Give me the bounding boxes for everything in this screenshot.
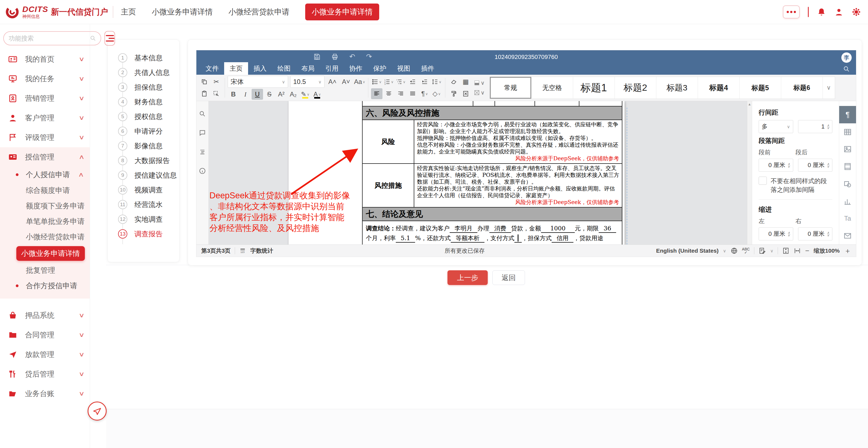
topnav-tab[interactable]: 小微业务申请详情 (152, 7, 213, 17)
previous-step-button[interactable]: 上一步 (447, 270, 488, 285)
risk-control-table-row[interactable]: 风控措施 经营真实性验证:实地走访经营场所，观察生产/销售情况、库存、员工状态等… (362, 163, 622, 208)
superscript-icon[interactable]: A² (276, 89, 287, 100)
decrease-indent-icon[interactable] (407, 76, 418, 87)
sidebar-item-customers[interactable]: 客户管理∨ (0, 108, 90, 128)
sidebar-item-ledger[interactable]: 业务台账∨ (0, 384, 90, 404)
find-icon[interactable] (199, 110, 206, 117)
editor-menu-tab[interactable]: 插件 (416, 62, 440, 75)
font-color-icon[interactable]: A∨ (311, 89, 323, 100)
track-changes-icon[interactable] (758, 247, 766, 254)
step-item[interactable]: 4 财务信息 (108, 95, 179, 109)
justify-icon[interactable] (407, 88, 418, 99)
increase-indent-icon[interactable] (419, 76, 430, 87)
step-item[interactable]: 3 担保信息 (108, 80, 179, 95)
step-item[interactable]: 11 经营流水 (108, 197, 179, 212)
sidebar-item-contracts[interactable]: 合同管理∨ (0, 325, 90, 345)
select-icon[interactable] (211, 88, 222, 99)
style-option[interactable]: 常规 (490, 77, 531, 99)
topnav-tab[interactable]: 小微经营贷款申请 (228, 7, 289, 17)
font-name-select[interactable]: 宋体∨ (228, 76, 288, 88)
editor-menu-tab[interactable]: 保护 (368, 62, 392, 75)
line-spacing-stepper[interactable]: 1∧∨ (798, 120, 833, 133)
indent-left-stepper[interactable]: 0 厘米∧∨ (758, 228, 793, 240)
zoom-out-icon[interactable]: − (805, 247, 809, 255)
fit-page-icon[interactable] (782, 247, 789, 254)
style-option[interactable]: 标题1 (573, 77, 615, 99)
editor-menu-tab[interactable]: 视图 (392, 62, 416, 75)
zoom-in-icon[interactable]: ＋ (844, 246, 851, 256)
change-case-icon[interactable]: Aa∨ (354, 76, 365, 87)
highlight-color-icon[interactable]: ✎∨ (300, 89, 311, 100)
bold-icon[interactable]: B (228, 89, 239, 100)
step-item[interactable]: 2 共借人信息 (108, 65, 179, 80)
section7-header[interactable]: 七、结论及意见 (362, 207, 622, 221)
style-option[interactable]: 标题4 (698, 77, 740, 99)
copy-icon[interactable] (198, 76, 210, 87)
sidebar-subitem[interactable]: 小微业务申请详情 (16, 246, 85, 261)
align-center-icon[interactable] (383, 88, 395, 99)
step-item[interactable]: 7 影像信息 (108, 139, 179, 153)
step-item[interactable]: 9 授信建议信息 (108, 168, 179, 182)
style-option[interactable]: 无空格 (531, 77, 573, 99)
sidebar-item-credit[interactable]: 授信管理∧ (0, 147, 90, 167)
sidebar-subitem[interactable]: 单笔单批业务申请 (0, 213, 90, 229)
style-option[interactable]: 标题5 (740, 77, 781, 99)
shrink-font-icon[interactable]: A˅ (340, 76, 352, 87)
shading-icon[interactable]: ◇∨ (431, 88, 442, 99)
settings-gear-icon[interactable] (852, 7, 861, 16)
style-option[interactable]: 标题2 (615, 77, 656, 99)
italic-icon[interactable]: I (240, 89, 251, 100)
gallery-expand-icon[interactable]: ∨ (823, 77, 835, 99)
cut-icon[interactable]: ✂ (211, 76, 222, 87)
globe-icon[interactable] (731, 247, 738, 254)
paragraph-panel-icon[interactable]: ¶ (839, 106, 856, 123)
language-selector[interactable]: English (United States) (656, 247, 719, 254)
page-layout-panel-icon[interactable] (839, 158, 856, 175)
line-spacing-select[interactable]: 多∨ (758, 120, 793, 133)
fit-width-icon[interactable] (794, 247, 801, 254)
mail-merge-panel-icon[interactable] (839, 227, 856, 244)
subscript-icon[interactable]: A₂ (287, 89, 299, 100)
sidebar-subitem[interactable]: 额度项下业务申请 (0, 198, 90, 213)
info-icon[interactable] (199, 167, 206, 174)
sidebar-subitem[interactable]: 批复管理 (0, 263, 90, 278)
back-button[interactable]: 返回 (492, 270, 525, 285)
align-left-icon[interactable] (371, 88, 382, 99)
collapse-menu-button[interactable] (104, 31, 115, 46)
editor-search-icon[interactable] (843, 66, 850, 73)
style-option[interactable]: 标题6 (781, 77, 823, 99)
space-after-stepper[interactable]: 0 厘米∧∨ (798, 159, 833, 172)
paragraph-mark-icon[interactable]: ¶∨ (419, 88, 430, 99)
shapes-panel-icon[interactable] (839, 175, 856, 193)
indent-right-stepper[interactable]: 0 厘米∧∨ (798, 228, 833, 240)
step-item[interactable]: 12 实地调查 (108, 212, 179, 227)
sidebar-item-disbursement[interactable]: 放款管理∨ (0, 345, 90, 364)
page-setup-icon[interactable] (460, 88, 471, 99)
brand-logo[interactable]: DCITS 神州信息 新一代信贷门户 (4, 4, 108, 20)
word-count-label[interactable]: 字数统计 (250, 247, 273, 254)
outline-navigation-icon[interactable] (199, 148, 206, 156)
underline-icon[interactable]: U (252, 89, 263, 100)
sidebar-subitem[interactable]: 综合额度申请 (0, 182, 90, 198)
space-before-stepper[interactable]: 0 厘米∧∨ (758, 159, 793, 172)
step-item[interactable]: 1 基本信息 (108, 50, 179, 65)
risk-table-row[interactable]: 风险 经营风险：小微企业市场竞争力弱，易受行业波动（如政策变化、供应链中断、竞争… (362, 119, 622, 164)
grow-font-icon[interactable]: A˄ (327, 76, 338, 87)
table-panel-icon[interactable] (839, 123, 856, 141)
feedback-send-button[interactable] (88, 402, 106, 420)
image-panel-icon[interactable] (839, 141, 856, 158)
same-style-checkbox[interactable] (758, 177, 767, 185)
format-painter-icon[interactable] (448, 88, 459, 99)
document-scrollbar[interactable]: ▲ (747, 101, 752, 244)
section6-header[interactable]: 六、风险及风控措施 (362, 106, 622, 120)
search-input[interactable] (8, 35, 90, 42)
step-item[interactable]: 5 授权信息 (108, 109, 179, 124)
paste-icon[interactable] (198, 88, 210, 99)
editor-menu-tab[interactable]: 引用 (320, 62, 344, 75)
align-right-icon[interactable] (395, 88, 406, 99)
sidebar-item-personal-credit[interactable]: 个人授信申请∧ (0, 167, 90, 182)
sidebar-item-rating[interactable]: 评级管理∨ (0, 128, 90, 147)
text-art-panel-icon[interactable]: Ta (839, 210, 856, 228)
chart-panel-icon[interactable] (839, 193, 856, 210)
conclusion-paragraph[interactable]: 调查结论：经调查，建议为客户李明月办理消费贷款，金额1000元，期限36个月，利… (362, 220, 622, 244)
